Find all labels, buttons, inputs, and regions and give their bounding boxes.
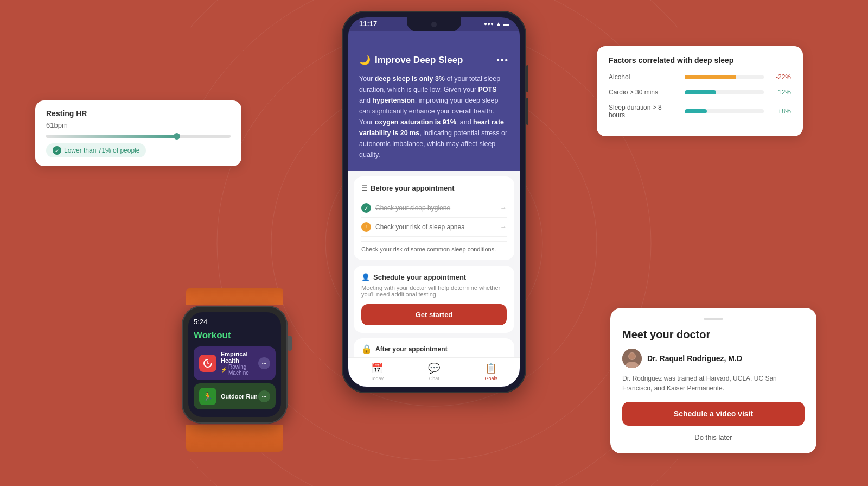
watch-workout-name-2: Outdoor Run [221,393,258,400]
phone-nav: 📅 Today 💬 Chat 📋 Goals [348,357,520,387]
nav-chat[interactable]: 💬 Chat [428,362,440,381]
resting-hr-card: Resting HR 61bpm ✓ Lower than 71% of peo… [35,100,241,166]
task-arrow-1: → [500,204,507,212]
schedule-card: 👤 Schedule your appointment Meeting with… [354,266,514,333]
watch-body: 5:24 Workout Empirical Health ⚡ Rowing M… [182,306,288,424]
after-title: After your appointment [375,345,448,353]
factor-bar-fill-alcohol [685,75,736,79]
chat-label: Chat [429,376,439,381]
before-appointment-title: ☰ Before your appointment [361,184,507,192]
phone-header-row: 🌙 Improve Deep Sleep ••• [359,54,509,66]
factor-pct-cardio: +12% [769,89,791,96]
nav-goals[interactable]: 📋 Goals [484,362,497,381]
schedule-visit-button[interactable]: Schedule a video visit [622,402,805,426]
watch-title: Workout [194,330,276,341]
doctor-name: Dr. Raquel Rodriguez, M.D [647,354,742,363]
task-arrow-2: → [500,223,507,231]
get-started-button[interactable]: Get started [361,304,507,325]
factors-card: Factors correlated with deep sleep Alcoh… [597,46,803,136]
phone-side-btn-2 [526,98,528,125]
phone-time: 11:17 [359,20,377,28]
task-item-2[interactable]: ! Check your risk of sleep apnea → [361,218,507,237]
hr-bar [46,135,231,138]
nav-today[interactable]: 📅 Today [371,362,384,381]
goals-label: Goals [484,376,497,381]
do-later-button[interactable]: Do this later [622,431,805,444]
goals-icon: 📋 [485,362,497,374]
watch-time: 5:24 [194,318,207,326]
hr-badge: ✓ Lower than 71% of people [46,143,146,157]
resting-hr-value: 61bpm [46,121,231,129]
factor-bar-sleep [685,109,764,113]
list-icon: ☰ [361,185,367,192]
schedule-title: 👤 Schedule your appointment [361,273,507,281]
watch-workout-info-1: Empirical Health ⚡ Rowing Machine [221,351,258,376]
doctor-card-handle [704,318,723,320]
moon-icon: 🌙 [359,54,371,66]
phone-header-title: 🌙 Improve Deep Sleep [359,54,463,66]
doctor-info-row: Dr. Raquel Rodriguez, M.D [622,349,805,368]
task-item-1[interactable]: ✓ Check your sleep hygiene → [361,199,507,218]
phone-body-text: Your deep sleep is only 3% of your total… [359,73,509,160]
doctor-bio: Dr. Rodriguez was trained at Harvard, UC… [622,374,805,393]
phone-body: 11:17 ●●● ▲ ▬ 🌙 Improve Deep Sleep [342,11,526,393]
phone-side-btn-1 [526,65,528,92]
factor-bar-fill-sleep [685,109,707,113]
watch-workout-item-1[interactable]: Empirical Health ⚡ Rowing Machine ••• [194,346,276,380]
chat-icon: 💬 [428,362,440,374]
watch-screen: 5:24 Workout Empirical Health ⚡ Rowing M… [188,312,281,417]
task-text-1: Check your sleep hygiene [375,204,500,212]
watch-dots-btn-2[interactable]: ••• [258,390,270,402]
phone-screen: 11:17 ●●● ▲ ▬ 🌙 Improve Deep Sleep [348,17,520,387]
watch-dots-btn-1[interactable]: ••• [258,357,270,369]
svg-point-8 [629,353,635,359]
doctor-card: Meet your doctor Dr. Raquel Rodriguez, M… [610,308,816,453]
phone-status-bar: 11:17 ●●● ▲ ▬ [348,17,520,28]
hr-badge-text: Lower than 71% of people [64,147,139,154]
factor-row-sleep: Sleep duration > 8 hours +8% [609,104,791,119]
factor-row-cardio: Cardio > 30 mins +12% [609,89,791,96]
watch-status-bar: 5:24 [194,318,276,326]
watch-workout-item-2[interactable]: 🏃 Outdoor Run ••• [194,383,276,409]
before-appointment-card: ☰ Before your appointment ✓ Check your s… [354,176,514,260]
phone-menu-button[interactable]: ••• [496,55,509,65]
phone-header-section: 🌙 Improve Deep Sleep ••• Your deep sleep… [348,31,520,171]
watch-workout-info-2: Outdoor Run [221,393,258,400]
factor-label-cardio: Cardio > 30 mins [609,89,679,96]
factor-row-alcohol: Alcohol -22% [609,73,791,81]
schedule-desc: Meeting with your doctor will help deter… [361,285,507,298]
signal-icon: ●●● [484,21,494,27]
resting-hr-title: Resting HR [46,109,231,118]
factors-title: Factors correlated with deep sleep [609,56,791,65]
factor-pct-alcohol: -22% [769,73,791,81]
task-text-2: Check your risk of sleep apnea [375,223,500,231]
watch-workout-icon-2: 🏃 [199,388,216,405]
watch-workout-icon-1 [199,355,216,372]
task-check-2: ! [361,222,371,232]
doctor-heading: Meet your doctor [622,329,805,341]
apple-watch: 5:24 Workout Empirical Health ⚡ Rowing M… [182,289,288,451]
watch-workout-name-1: Empirical Health [221,351,258,364]
phone-status-icons: ●●● ▲ ▬ [484,21,509,27]
factor-bar-fill-cardio [685,90,716,94]
factor-label-alcohol: Alcohol [609,73,679,81]
task-note: Check your risk of some common sleep con… [361,241,507,253]
factor-bar-cardio [685,90,764,94]
watch-workout-sub-1: ⚡ Rowing Machine [221,364,258,376]
phone: 11:17 ●●● ▲ ▬ 🌙 Improve Deep Sleep [342,11,526,393]
hr-dot [174,133,180,140]
today-icon: 📅 [371,362,383,374]
today-label: Today [371,376,384,381]
factor-bar-alcohol [685,75,764,79]
factor-label-sleep: Sleep duration > 8 hours [609,104,679,119]
doctor-avatar [622,349,642,368]
watch-strap-top [186,288,283,305]
watch-crown [288,336,292,351]
hr-bar-fill [46,135,177,138]
wifi-icon: ▲ [496,21,501,27]
lock-icon: 🔒 [361,344,372,354]
after-appointment-card: 🔒 After your appointment [354,338,514,357]
hr-check-icon: ✓ [53,146,61,155]
battery-icon: ▬ [503,21,509,27]
factor-pct-sleep: +8% [769,108,791,115]
